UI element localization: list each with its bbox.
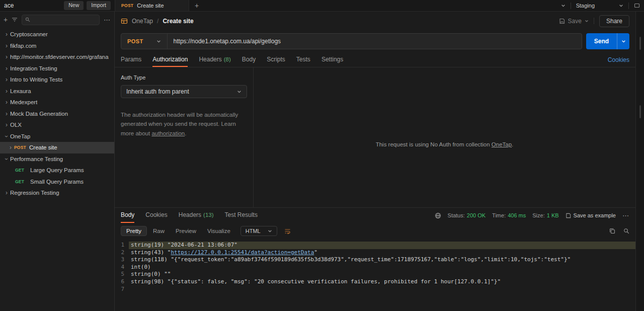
line-number: 5: [117, 271, 129, 278]
sidebar-more-icon[interactable]: ⋯: [104, 16, 111, 24]
tab-count: (8): [224, 56, 231, 62]
chevron-down-icon[interactable]: ›: [4, 133, 10, 140]
open-request-tab[interactable]: POST Create site: [115, 0, 189, 11]
cookies-link[interactable]: Cookies: [608, 56, 629, 63]
chevron-right-icon[interactable]: ›: [3, 76, 10, 83]
sidebar-item[interactable]: ›OneTap: [0, 131, 114, 142]
tab-tests[interactable]: Tests: [296, 52, 310, 67]
environment-quick-look-icon[interactable]: [634, 3, 640, 9]
save-as-example-button[interactable]: Save as example: [566, 212, 616, 218]
size-label: Size:: [532, 212, 544, 218]
copy-icon[interactable]: [609, 228, 615, 234]
filter-icon[interactable]: [12, 17, 18, 23]
tab-settings[interactable]: Settings: [321, 52, 343, 67]
collection-link[interactable]: OneTap: [492, 141, 512, 147]
chevron-right-icon[interactable]: ›: [3, 111, 10, 117]
code-text: string(43) "https://127.0.0.1:25541/data…: [129, 249, 635, 257]
response-more-icon[interactable]: ⋯: [622, 212, 629, 219]
sidebar-item[interactable]: ›Medexpert: [0, 97, 114, 108]
rail-handle-icon[interactable]: [639, 105, 641, 118]
tab-title: Create site: [137, 3, 164, 9]
code-fragment: string(118) "{"request_token":"a89abf374…: [131, 256, 571, 263]
workspace-bar: ace New Import: [0, 0, 115, 11]
view-tab-visualize[interactable]: Visualize: [202, 226, 235, 236]
chevron-right-icon[interactable]: ›: [7, 144, 14, 150]
format-dropdown[interactable]: HTML: [240, 226, 277, 236]
network-icon[interactable]: [435, 212, 441, 219]
response-panel: BodyCookiesHeaders(13)Test Results Statu…: [115, 207, 635, 311]
app-window: ace New Import POST Create site + Stagin…: [0, 0, 644, 311]
response-body[interactable]: 1string(19) "2024-06-21 13:06:07"2string…: [115, 239, 635, 311]
tab-overflow-chevron-icon[interactable]: [561, 4, 566, 8]
search-response-icon[interactable]: [623, 228, 629, 234]
chevron-down-icon[interactable]: [585, 19, 589, 23]
add-collection-icon[interactable]: +: [4, 16, 8, 24]
chevron-down-icon[interactable]: ›: [4, 156, 10, 163]
chevron-right-icon[interactable]: ›: [3, 54, 10, 60]
tab-authorization[interactable]: Authorization: [152, 52, 188, 67]
view-tab-preview[interactable]: Preview: [171, 226, 201, 236]
chevron-right-icon[interactable]: ›: [3, 122, 10, 128]
view-tab-pretty[interactable]: Pretty: [121, 226, 147, 236]
auth-type-dropdown[interactable]: Inherit auth from parent: [121, 85, 247, 98]
code-line: 6string(98) "{"status": false, "msg": "2…: [117, 278, 635, 286]
tab-label: Body: [121, 211, 134, 218]
sidebar-search-input[interactable]: [22, 15, 100, 25]
code-fragment: string(19) "2024-06-21 13:06:07": [131, 242, 237, 248]
send-options-chevron-icon[interactable]: [617, 33, 629, 49]
tab-headers[interactable]: Headers(8): [199, 52, 230, 67]
tab-scripts[interactable]: Scripts: [267, 52, 285, 67]
save-button[interactable]: Save: [559, 18, 589, 25]
code-fragment: string(98) "{"status": false, "msg": "20…: [131, 278, 501, 285]
url-input[interactable]: https://node1.onetap.com.ua/api/getlogs: [168, 38, 281, 45]
sidebar-item[interactable]: ›Intro to Writing Tests: [0, 74, 114, 86]
auth-description-end: .: [185, 130, 186, 136]
tab-test-results[interactable]: Test Results: [225, 208, 258, 223]
chevron-right-icon[interactable]: ›: [3, 99, 10, 105]
sidebar-item[interactable]: GETSmall Query Params: [0, 176, 114, 188]
workspace-name[interactable]: ace: [4, 2, 14, 9]
wrap-text-icon[interactable]: [284, 228, 291, 235]
sidebar-item[interactable]: ›Regression Testing: [0, 187, 114, 199]
view-tab-raw[interactable]: Raw: [148, 226, 170, 236]
sidebar-item[interactable]: ›fikfap.com: [0, 40, 114, 52]
share-button[interactable]: Share: [599, 15, 629, 27]
method-dropdown[interactable]: POST: [121, 34, 168, 49]
method-label: GET: [15, 168, 30, 173]
tab-cookies[interactable]: Cookies: [145, 208, 167, 223]
chevron-right-icon[interactable]: ›: [3, 190, 10, 196]
sidebar-item[interactable]: ›Performance Testing: [0, 153, 114, 165]
new-button[interactable]: New: [64, 1, 84, 10]
sidebar-item[interactable]: ›http://monitor.sfdevserver.com/grafana: [0, 51, 114, 63]
auth-type-value: Inherit auth from parent: [126, 88, 189, 95]
sidebar-item[interactable]: ›POSTCreate site: [0, 142, 114, 153]
sidebar-item[interactable]: ›Lexaura: [0, 86, 114, 97]
send-label[interactable]: Send: [586, 33, 617, 49]
size-badge: Size:1 KB: [532, 212, 558, 218]
breadcrumb-collection[interactable]: OneTap: [132, 18, 153, 25]
environment-selector[interactable]: Staging: [576, 3, 623, 9]
tab-body[interactable]: Body: [242, 52, 256, 67]
tab-count: (13): [203, 212, 213, 218]
tab-params[interactable]: Params: [121, 52, 141, 67]
line-number: 6: [117, 278, 129, 286]
chevron-right-icon[interactable]: ›: [3, 31, 10, 37]
chevron-right-icon[interactable]: ›: [3, 65, 10, 71]
save-example-label: Save as example: [574, 212, 616, 218]
tab-body[interactable]: Body: [121, 208, 134, 223]
sidebar-item[interactable]: ›Cryptoscanner: [0, 29, 114, 40]
sidebar-item[interactable]: GETLarge Query Params: [0, 165, 114, 176]
rail-handle-icon[interactable]: [639, 37, 641, 50]
sidebar-item[interactable]: ›Mock Data Generation: [0, 108, 114, 120]
tab-headers[interactable]: Headers(13): [179, 208, 214, 223]
new-tab-button[interactable]: +: [189, 0, 204, 11]
authorization-link[interactable]: authorization: [151, 130, 185, 136]
code-url-link[interactable]: https://127.0.0.1:25541/data?action=getD…: [171, 249, 314, 256]
import-button[interactable]: Import: [87, 1, 111, 10]
sidebar-item[interactable]: ›OLX: [0, 119, 114, 131]
chevron-right-icon[interactable]: ›: [3, 43, 10, 49]
sidebar-item[interactable]: ›Integration Testing: [0, 63, 114, 74]
breadcrumb-separator: /: [157, 18, 158, 25]
send-button[interactable]: Send: [586, 33, 629, 49]
chevron-right-icon[interactable]: ›: [3, 88, 10, 94]
